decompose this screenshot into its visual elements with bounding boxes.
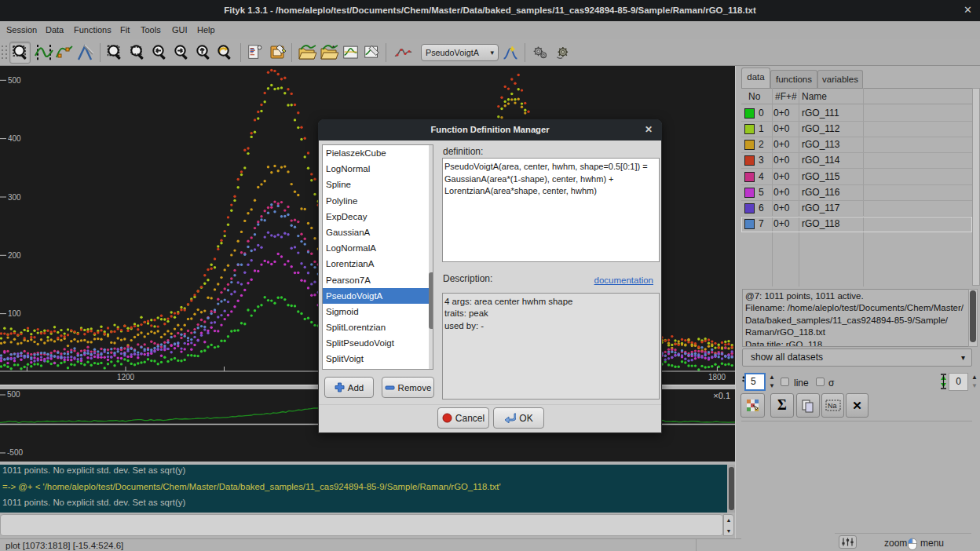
svg-text:1800: 1800 [708,373,726,381]
svg-text:300: 300 [8,193,21,202]
svg-text:-500: -500 [7,448,23,457]
svg-text:200: 200 [8,251,21,260]
svg-text:500: 500 [7,390,20,399]
svg-text:1200: 1200 [117,373,135,381]
svg-text:100: 100 [8,309,21,318]
svg-text:Na: Na [828,402,837,410]
svg-text:×0.1: ×0.1 [713,391,730,400]
svg-text:400: 400 [8,134,21,143]
svg-text:500: 500 [8,76,21,85]
